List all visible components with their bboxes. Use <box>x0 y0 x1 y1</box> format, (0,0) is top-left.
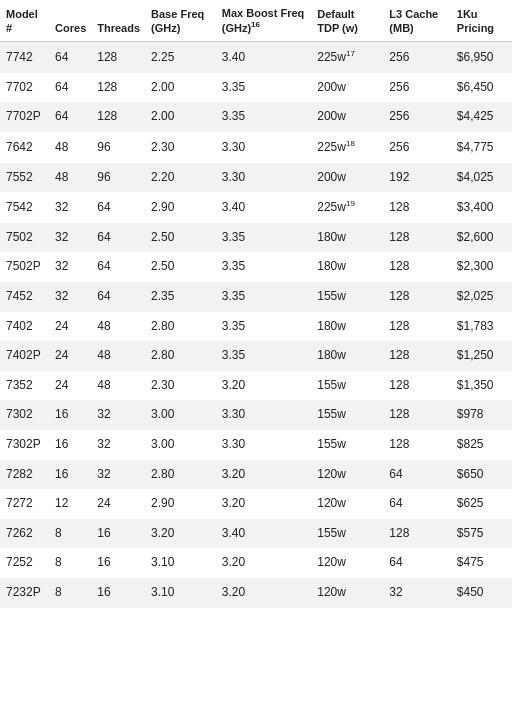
cell-cores: 8 <box>49 519 91 549</box>
cell-max-boost: 3.40 <box>216 519 311 549</box>
cell-max-boost: 3.20 <box>216 578 311 608</box>
cell-price: $825 <box>451 430 512 460</box>
header-base-freq: Base Freq (GHz) <box>145 0 216 42</box>
cell-threads: 24 <box>91 489 145 519</box>
cell-cores: 32 <box>49 282 91 312</box>
cell-l3-cache: 128 <box>383 430 450 460</box>
table-row: 7642 48 96 2.30 3.30 225w18 256 $4,775 <box>0 132 512 163</box>
cell-max-boost: 3.20 <box>216 371 311 401</box>
cell-model: 7502P <box>0 252 49 282</box>
table-row: 7282 16 32 2.80 3.20 120w 64 $650 <box>0 460 512 490</box>
cell-base-freq: 2.25 <box>145 42 216 73</box>
cell-threads: 128 <box>91 102 145 132</box>
cell-threads: 48 <box>91 312 145 342</box>
cell-model: 7402 <box>0 312 49 342</box>
cell-l3-cache: 256 <box>383 73 450 103</box>
table-row: 7262 8 16 3.20 3.40 155w 128 $575 <box>0 519 512 549</box>
cell-max-boost: 3.35 <box>216 312 311 342</box>
cell-max-boost: 3.20 <box>216 460 311 490</box>
cell-base-freq: 2.30 <box>145 132 216 163</box>
cell-model: 7542 <box>0 192 49 223</box>
cell-l3-cache: 128 <box>383 282 450 312</box>
cell-tdp: 155w <box>311 519 383 549</box>
cell-max-boost: 3.35 <box>216 223 311 253</box>
cell-base-freq: 2.80 <box>145 312 216 342</box>
table-row: 7402 24 48 2.80 3.35 180w 128 $1,783 <box>0 312 512 342</box>
cell-threads: 16 <box>91 519 145 549</box>
cell-tdp: 180w <box>311 312 383 342</box>
table-row: 7232P 8 16 3.10 3.20 120w 32 $450 <box>0 578 512 608</box>
table-row: 7302 16 32 3.00 3.30 155w 128 $978 <box>0 400 512 430</box>
cell-price: $3,400 <box>451 192 512 223</box>
cell-threads: 48 <box>91 341 145 371</box>
cell-cores: 64 <box>49 102 91 132</box>
cell-cores: 64 <box>49 42 91 73</box>
cell-price: $4,025 <box>451 163 512 193</box>
cell-l3-cache: 128 <box>383 519 450 549</box>
cell-model: 7742 <box>0 42 49 73</box>
table-row: 7352 24 48 2.30 3.20 155w 128 $1,350 <box>0 371 512 401</box>
cell-max-boost: 3.35 <box>216 282 311 312</box>
cell-price: $2,025 <box>451 282 512 312</box>
cell-tdp: 155w <box>311 282 383 312</box>
cell-price: $6,950 <box>451 42 512 73</box>
cell-price: $475 <box>451 548 512 578</box>
table-row: 7502 32 64 2.50 3.35 180w 128 $2,600 <box>0 223 512 253</box>
cell-model: 7702 <box>0 73 49 103</box>
cell-tdp: 120w <box>311 460 383 490</box>
cell-cores: 32 <box>49 192 91 223</box>
cell-threads: 48 <box>91 371 145 401</box>
cpu-specs-table: Model # Cores Threads Base Freq (GHz) Ma… <box>0 0 512 608</box>
cell-max-boost: 3.20 <box>216 489 311 519</box>
cell-model: 7702P <box>0 102 49 132</box>
cell-base-freq: 2.80 <box>145 460 216 490</box>
cell-threads: 32 <box>91 460 145 490</box>
cell-cores: 8 <box>49 548 91 578</box>
table-row: 7402P 24 48 2.80 3.35 180w 128 $1,250 <box>0 341 512 371</box>
cell-tdp: 225w17 <box>311 42 383 73</box>
cell-cores: 64 <box>49 73 91 103</box>
cell-max-boost: 3.35 <box>216 341 311 371</box>
cell-tdp: 180w <box>311 341 383 371</box>
cell-l3-cache: 128 <box>383 192 450 223</box>
table-row: 7702 64 128 2.00 3.35 200w 256 $6,450 <box>0 73 512 103</box>
table-row: 7702P 64 128 2.00 3.35 200w 256 $4,425 <box>0 102 512 132</box>
cell-price: $4,425 <box>451 102 512 132</box>
cell-price: $2,300 <box>451 252 512 282</box>
cell-threads: 32 <box>91 400 145 430</box>
cell-base-freq: 2.20 <box>145 163 216 193</box>
cell-max-boost: 3.30 <box>216 430 311 460</box>
cell-cores: 48 <box>49 163 91 193</box>
cell-base-freq: 3.00 <box>145 400 216 430</box>
cell-l3-cache: 64 <box>383 460 450 490</box>
cell-tdp: 120w <box>311 548 383 578</box>
cell-max-boost: 3.40 <box>216 192 311 223</box>
cell-model: 7452 <box>0 282 49 312</box>
cell-threads: 96 <box>91 132 145 163</box>
cell-model: 7552 <box>0 163 49 193</box>
header-threads: Threads <box>91 0 145 42</box>
cell-l3-cache: 256 <box>383 132 450 163</box>
table-row: 7552 48 96 2.20 3.30 200w 192 $4,025 <box>0 163 512 193</box>
cell-price: $978 <box>451 400 512 430</box>
cell-model: 7402P <box>0 341 49 371</box>
cell-l3-cache: 32 <box>383 578 450 608</box>
cell-tdp: 155w <box>311 430 383 460</box>
cell-model: 7232P <box>0 578 49 608</box>
cell-price: $1,250 <box>451 341 512 371</box>
cell-tdp: 225w19 <box>311 192 383 223</box>
cell-cores: 32 <box>49 252 91 282</box>
header-tdp: Default TDP (w) <box>311 0 383 42</box>
cell-l3-cache: 192 <box>383 163 450 193</box>
header-max-boost: Max Boost Freq (GHz)16 <box>216 0 311 42</box>
cell-max-boost: 3.30 <box>216 132 311 163</box>
cell-base-freq: 3.20 <box>145 519 216 549</box>
cell-base-freq: 2.00 <box>145 102 216 132</box>
cell-price: $650 <box>451 460 512 490</box>
cell-base-freq: 2.90 <box>145 489 216 519</box>
cell-threads: 16 <box>91 548 145 578</box>
cell-tdp: 225w18 <box>311 132 383 163</box>
cell-tdp: 155w <box>311 400 383 430</box>
cell-price: $6,450 <box>451 73 512 103</box>
cell-base-freq: 2.00 <box>145 73 216 103</box>
